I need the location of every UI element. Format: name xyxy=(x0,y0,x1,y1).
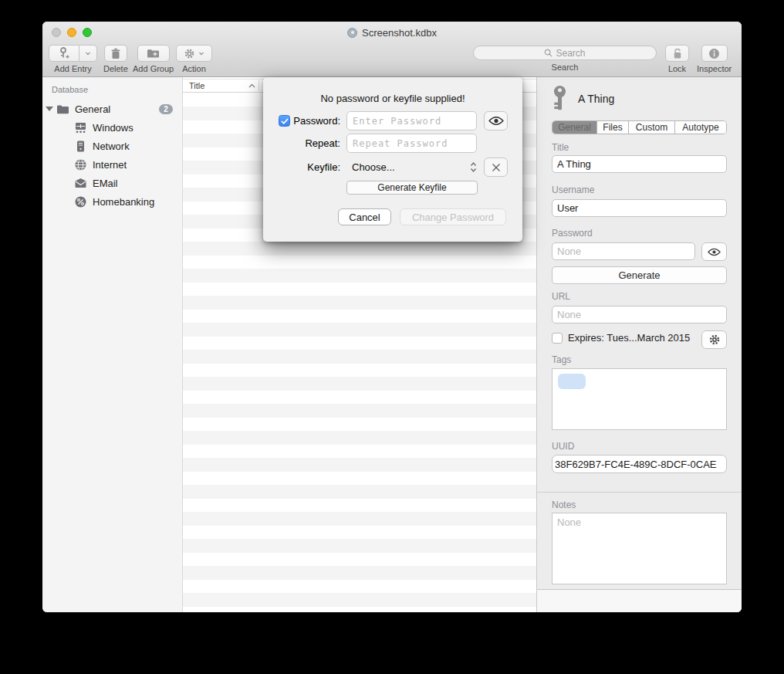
toolbar: Add Entry Delete xyxy=(42,43,742,77)
notes-field-label: Notes xyxy=(552,500,576,510)
chevron-down-icon xyxy=(198,50,204,56)
reveal-password-button[interactable] xyxy=(701,242,727,261)
eye-icon xyxy=(708,248,721,256)
titlebar: Screenshot.kdbx xyxy=(42,22,742,43)
generate-password-button[interactable]: Generate xyxy=(552,266,727,284)
inspector-button[interactable] xyxy=(701,45,728,62)
add-group-label: Add Group xyxy=(133,64,174,73)
add-entry-dropdown-button[interactable] xyxy=(79,45,97,62)
key-icon xyxy=(552,85,568,113)
search-icon xyxy=(544,49,553,57)
delete-label: Delete xyxy=(103,64,128,73)
notes-field[interactable] xyxy=(552,513,727,584)
url-field[interactable] xyxy=(552,306,727,323)
sidebar-item-homebanking[interactable]: Homebanking xyxy=(42,192,182,211)
envelope-icon xyxy=(74,177,87,190)
reveal-password-button[interactable] xyxy=(484,111,508,130)
sidebar-item-label: Network xyxy=(93,141,130,152)
username-field-label: Username xyxy=(552,185,594,195)
globe-icon xyxy=(74,158,87,171)
tab-general[interactable]: General xyxy=(553,121,597,134)
tab-custom[interactable]: Custom xyxy=(629,121,675,134)
repeat-password-input[interactable] xyxy=(346,134,477,153)
tab-files[interactable]: Files xyxy=(597,121,629,134)
key-plus-icon xyxy=(58,47,70,59)
folder-icon xyxy=(56,103,69,116)
action-label: Action xyxy=(182,64,206,73)
document-icon xyxy=(347,28,357,38)
sidebar-item-internet[interactable]: Internet xyxy=(42,155,182,174)
tab-autotype[interactable]: Autotype xyxy=(675,121,726,134)
windows-group-icon xyxy=(74,121,87,134)
toolbar-item-add-entry: Add Entry xyxy=(49,45,97,73)
lock-button[interactable] xyxy=(665,45,689,62)
add-entry-label: Add Entry xyxy=(54,64,91,73)
tags-field-label: Tags xyxy=(552,354,571,365)
expires-label: Expires: Tues...March 2015 xyxy=(568,332,690,344)
window-chrome: Screenshot.kdbx xyxy=(42,22,742,77)
add-group-button[interactable] xyxy=(137,45,170,62)
sidebar-item-label: EMail xyxy=(93,178,118,189)
enter-password-input[interactable] xyxy=(346,111,477,130)
toolbar-item-delete: Delete xyxy=(103,45,128,73)
checkmark-icon xyxy=(281,118,289,124)
gear-icon xyxy=(708,334,721,346)
sheet-message: No password or keyfile supplied! xyxy=(263,93,522,104)
uuid-field[interactable] xyxy=(552,455,727,473)
gear-icon xyxy=(184,48,195,59)
window-body: Database General 2 Windows xyxy=(42,77,742,612)
keyfile-popup-value: Choose... xyxy=(346,161,470,173)
repeat-label: Repeat: xyxy=(305,137,340,149)
generate-keyfile-button[interactable]: Generate Keyfile xyxy=(346,181,478,195)
sidebar-item-windows[interactable]: Windows xyxy=(42,118,182,137)
toolbar-item-inspector: Inspector xyxy=(697,45,732,73)
password-row: Password: xyxy=(263,111,508,130)
change-password-button[interactable]: Change Password xyxy=(400,208,506,225)
title-field[interactable] xyxy=(552,155,727,173)
server-icon xyxy=(74,140,87,153)
toolbar-item-add-group: Add Group xyxy=(133,45,174,73)
password-field[interactable] xyxy=(552,242,695,260)
expires-row: Expires: Tues...March 2015 xyxy=(552,332,690,344)
column-divider[interactable] xyxy=(259,80,259,91)
unlocked-padlock-icon xyxy=(672,48,683,59)
sidebar: Database General 2 Windows xyxy=(42,77,183,612)
inspector-panel: A Thing General Files Custom Autotype Ti… xyxy=(536,77,742,612)
password-field-label: Password xyxy=(552,228,593,239)
sidebar-item-label: Homebanking xyxy=(93,196,154,208)
sidebar-item-network[interactable]: Network xyxy=(42,137,182,155)
lock-label: Lock xyxy=(668,64,686,73)
cancel-button[interactable]: Cancel xyxy=(338,208,391,225)
column-header-title[interactable]: Title xyxy=(183,81,248,90)
chevron-down-icon xyxy=(85,50,91,56)
expires-checkbox[interactable] xyxy=(552,333,563,344)
sidebar-item-label: Internet xyxy=(93,159,127,171)
disclosure-triangle-icon[interactable] xyxy=(42,107,56,111)
toolbar-item-lock: Lock xyxy=(665,45,689,73)
delete-button[interactable] xyxy=(104,45,127,62)
username-field[interactable] xyxy=(552,199,727,217)
tags-field[interactable] xyxy=(552,368,727,430)
title-field-label: Title xyxy=(552,142,569,153)
tag-chip[interactable] xyxy=(558,374,586,389)
inspector-label: Inspector xyxy=(697,64,732,73)
uuid-field-label: UUID xyxy=(552,441,574,452)
keyfile-popup[interactable]: Choose... xyxy=(346,161,477,173)
sidebar-item-email[interactable]: EMail xyxy=(42,174,182,192)
sort-ascending-icon xyxy=(248,83,255,89)
window-title: Screenshot.kdbx xyxy=(362,27,437,39)
password-checkbox[interactable] xyxy=(279,115,290,127)
expires-settings-button[interactable] xyxy=(701,330,727,349)
keyfile-row: Keyfile: Choose... xyxy=(263,157,508,177)
action-button[interactable] xyxy=(176,45,212,62)
search-placeholder: Search xyxy=(556,48,585,59)
app-window: Screenshot.kdbx xyxy=(42,22,742,612)
toolbar-item-action: Action xyxy=(176,45,212,73)
inspector-tabs: General Files Custom Autotype xyxy=(552,120,727,134)
inspector-bottom-bar xyxy=(537,589,742,612)
clear-keyfile-button[interactable] xyxy=(484,157,508,177)
search-input[interactable]: Search xyxy=(473,46,657,60)
keyfile-label: Keyfile: xyxy=(307,161,340,173)
add-entry-button[interactable] xyxy=(49,45,79,62)
sidebar-item-general[interactable]: General 2 xyxy=(42,100,182,118)
